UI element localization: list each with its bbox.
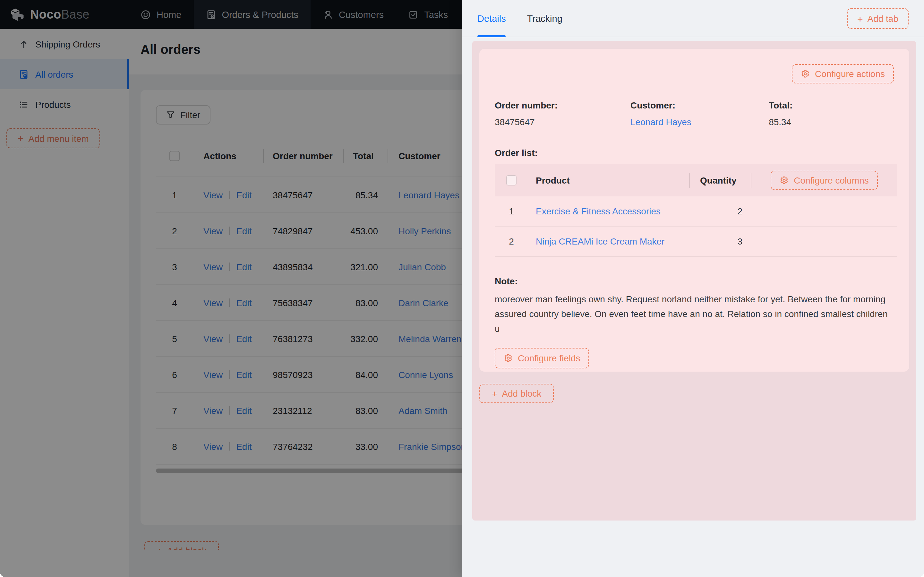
order-list-body: 1 Exercise & Fitness Accessories 2 2 Nin…	[495, 197, 897, 257]
order-list-row: 2 Ninja CREAMi Ice Cream Maker 3	[495, 227, 897, 257]
field-order-number: Order number: 38475647	[495, 100, 631, 127]
tab-pane-designer-highlight: Configure actions Order number: 38475647…	[472, 41, 916, 521]
row-index: 2	[495, 236, 528, 247]
select-all-checkbox[interactable]	[506, 175, 517, 185]
product-link[interactable]: Ninja CREAMi Ice Cream Maker	[536, 236, 665, 247]
row-index: 1	[495, 206, 528, 216]
app-window: NocoBase Home Orders & Produc	[0, 0, 924, 577]
add-tab-button[interactable]: + Add tab	[847, 8, 909, 29]
order-list-row: 1 Exercise & Fitness Accessories 2	[495, 197, 897, 227]
plus-icon: +	[857, 14, 863, 23]
customer-link[interactable]: Leonard Hayes	[631, 117, 769, 127]
product-link[interactable]: Exercise & Fitness Accessories	[536, 206, 661, 216]
column-header-quantity: Quantity	[690, 175, 752, 185]
drawer-tabbar: Details Tracking + Add tab	[462, 0, 924, 37]
configure-columns-label: Configure columns	[794, 175, 869, 185]
add-tab-label: Add tab	[867, 13, 898, 24]
configure-fields-label: Configure fields	[518, 353, 580, 363]
drawer-mask[interactable]	[0, 0, 462, 577]
details-action-bar: Configure actions	[495, 64, 894, 84]
note-label: Note:	[495, 276, 894, 286]
order-details-block: Configure actions Order number: 38475647…	[479, 49, 909, 372]
gear-icon	[801, 69, 810, 78]
tab-label: Details	[477, 13, 506, 23]
detail-fields: Order number: 38475647 Customer: Leonard…	[495, 100, 894, 127]
add-block-label: Add block	[502, 388, 541, 398]
field-label: Total:	[769, 100, 894, 110]
tab-label: Tracking	[527, 13, 562, 23]
field-label: Order number:	[495, 100, 631, 110]
gear-icon	[504, 354, 513, 363]
field-total: Total: 85.34	[769, 100, 894, 127]
field-value: 38475647	[495, 117, 631, 127]
field-customer: Customer: Leonard Hayes	[631, 100, 769, 127]
details-drawer: Details Tracking + Add tab Configur	[462, 0, 924, 577]
tab-tracking[interactable]: Tracking	[527, 0, 562, 37]
gear-icon	[780, 176, 789, 185]
configure-fields-button[interactable]: Configure fields	[495, 348, 589, 368]
order-list-table: Product Quantity Configure columns	[495, 164, 897, 257]
order-list-header: Product Quantity Configure columns	[495, 164, 897, 197]
field-label: Customer:	[631, 100, 769, 110]
quantity-cell: 3	[690, 236, 752, 247]
field-value: 85.34	[769, 117, 894, 127]
add-block-button-drawer[interactable]: + Add block	[479, 384, 554, 403]
tab-details[interactable]: Details	[477, 0, 506, 37]
column-header-product: Product	[528, 175, 690, 185]
quantity-cell: 2	[690, 206, 752, 216]
plus-icon: +	[492, 388, 497, 398]
note-text: moreover man feelings own shy. Request n…	[495, 292, 894, 336]
configure-columns-button[interactable]: Configure columns	[771, 171, 877, 190]
configure-actions-button[interactable]: Configure actions	[792, 64, 894, 84]
configure-actions-label: Configure actions	[815, 69, 885, 79]
order-list-label: Order list:	[495, 148, 894, 158]
